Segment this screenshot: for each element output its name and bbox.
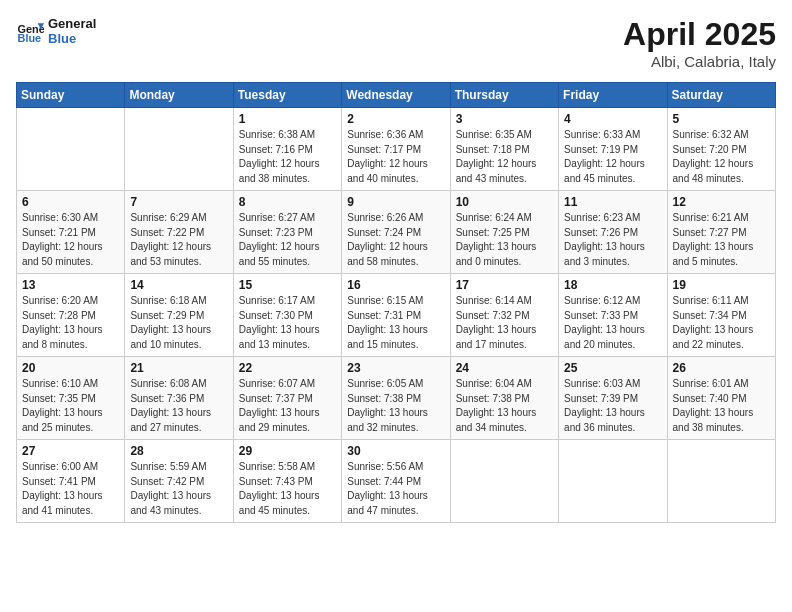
day-detail: Sunrise: 6:18 AM Sunset: 7:29 PM Dayligh… <box>130 294 227 352</box>
day-detail: Sunrise: 6:21 AM Sunset: 7:27 PM Dayligh… <box>673 211 770 269</box>
calendar-cell <box>17 108 125 191</box>
day-number: 9 <box>347 195 444 209</box>
calendar-cell: 29Sunrise: 5:58 AM Sunset: 7:43 PM Dayli… <box>233 440 341 523</box>
day-number: 6 <box>22 195 119 209</box>
logo-blue: Blue <box>48 31 96 46</box>
logo-general: General <box>48 16 96 31</box>
svg-text:Blue: Blue <box>18 32 42 44</box>
day-detail: Sunrise: 6:27 AM Sunset: 7:23 PM Dayligh… <box>239 211 336 269</box>
calendar-cell: 3Sunrise: 6:35 AM Sunset: 7:18 PM Daylig… <box>450 108 558 191</box>
calendar-cell: 6Sunrise: 6:30 AM Sunset: 7:21 PM Daylig… <box>17 191 125 274</box>
calendar-cell: 13Sunrise: 6:20 AM Sunset: 7:28 PM Dayli… <box>17 274 125 357</box>
calendar-cell: 22Sunrise: 6:07 AM Sunset: 7:37 PM Dayli… <box>233 357 341 440</box>
day-detail: Sunrise: 6:11 AM Sunset: 7:34 PM Dayligh… <box>673 294 770 352</box>
day-number: 22 <box>239 361 336 375</box>
calendar-cell: 30Sunrise: 5:56 AM Sunset: 7:44 PM Dayli… <box>342 440 450 523</box>
day-detail: Sunrise: 6:04 AM Sunset: 7:38 PM Dayligh… <box>456 377 553 435</box>
calendar-cell: 17Sunrise: 6:14 AM Sunset: 7:32 PM Dayli… <box>450 274 558 357</box>
calendar-cell: 11Sunrise: 6:23 AM Sunset: 7:26 PM Dayli… <box>559 191 667 274</box>
day-number: 5 <box>673 112 770 126</box>
calendar-cell: 20Sunrise: 6:10 AM Sunset: 7:35 PM Dayli… <box>17 357 125 440</box>
day-number: 3 <box>456 112 553 126</box>
calendar-cell: 27Sunrise: 6:00 AM Sunset: 7:41 PM Dayli… <box>17 440 125 523</box>
day-number: 19 <box>673 278 770 292</box>
day-number: 29 <box>239 444 336 458</box>
day-number: 2 <box>347 112 444 126</box>
day-detail: Sunrise: 5:58 AM Sunset: 7:43 PM Dayligh… <box>239 460 336 518</box>
weekday-header-saturday: Saturday <box>667 83 775 108</box>
calendar-cell: 9Sunrise: 6:26 AM Sunset: 7:24 PM Daylig… <box>342 191 450 274</box>
day-detail: Sunrise: 6:30 AM Sunset: 7:21 PM Dayligh… <box>22 211 119 269</box>
day-number: 8 <box>239 195 336 209</box>
calendar-cell: 14Sunrise: 6:18 AM Sunset: 7:29 PM Dayli… <box>125 274 233 357</box>
day-detail: Sunrise: 6:03 AM Sunset: 7:39 PM Dayligh… <box>564 377 661 435</box>
day-number: 17 <box>456 278 553 292</box>
day-detail: Sunrise: 6:15 AM Sunset: 7:31 PM Dayligh… <box>347 294 444 352</box>
calendar-cell: 15Sunrise: 6:17 AM Sunset: 7:30 PM Dayli… <box>233 274 341 357</box>
calendar-cell: 10Sunrise: 6:24 AM Sunset: 7:25 PM Dayli… <box>450 191 558 274</box>
day-number: 15 <box>239 278 336 292</box>
day-detail: Sunrise: 6:01 AM Sunset: 7:40 PM Dayligh… <box>673 377 770 435</box>
calendar-cell <box>125 108 233 191</box>
day-detail: Sunrise: 6:20 AM Sunset: 7:28 PM Dayligh… <box>22 294 119 352</box>
day-number: 13 <box>22 278 119 292</box>
weekday-header-friday: Friday <box>559 83 667 108</box>
calendar-cell: 25Sunrise: 6:03 AM Sunset: 7:39 PM Dayli… <box>559 357 667 440</box>
day-detail: Sunrise: 6:38 AM Sunset: 7:16 PM Dayligh… <box>239 128 336 186</box>
calendar-header-row: SundayMondayTuesdayWednesdayThursdayFrid… <box>17 83 776 108</box>
calendar-week-2: 6Sunrise: 6:30 AM Sunset: 7:21 PM Daylig… <box>17 191 776 274</box>
day-number: 11 <box>564 195 661 209</box>
day-number: 14 <box>130 278 227 292</box>
calendar-cell <box>450 440 558 523</box>
day-detail: Sunrise: 5:59 AM Sunset: 7:42 PM Dayligh… <box>130 460 227 518</box>
calendar-cell: 21Sunrise: 6:08 AM Sunset: 7:36 PM Dayli… <box>125 357 233 440</box>
day-number: 1 <box>239 112 336 126</box>
calendar-week-5: 27Sunrise: 6:00 AM Sunset: 7:41 PM Dayli… <box>17 440 776 523</box>
calendar-cell: 19Sunrise: 6:11 AM Sunset: 7:34 PM Dayli… <box>667 274 775 357</box>
weekday-header-tuesday: Tuesday <box>233 83 341 108</box>
day-number: 16 <box>347 278 444 292</box>
day-detail: Sunrise: 6:10 AM Sunset: 7:35 PM Dayligh… <box>22 377 119 435</box>
day-number: 12 <box>673 195 770 209</box>
day-detail: Sunrise: 6:07 AM Sunset: 7:37 PM Dayligh… <box>239 377 336 435</box>
day-detail: Sunrise: 6:23 AM Sunset: 7:26 PM Dayligh… <box>564 211 661 269</box>
day-detail: Sunrise: 6:26 AM Sunset: 7:24 PM Dayligh… <box>347 211 444 269</box>
day-detail: Sunrise: 6:24 AM Sunset: 7:25 PM Dayligh… <box>456 211 553 269</box>
calendar-cell: 5Sunrise: 6:32 AM Sunset: 7:20 PM Daylig… <box>667 108 775 191</box>
weekday-header-thursday: Thursday <box>450 83 558 108</box>
calendar-cell: 7Sunrise: 6:29 AM Sunset: 7:22 PM Daylig… <box>125 191 233 274</box>
day-detail: Sunrise: 6:33 AM Sunset: 7:19 PM Dayligh… <box>564 128 661 186</box>
day-detail: Sunrise: 6:29 AM Sunset: 7:22 PM Dayligh… <box>130 211 227 269</box>
day-number: 21 <box>130 361 227 375</box>
day-detail: Sunrise: 6:12 AM Sunset: 7:33 PM Dayligh… <box>564 294 661 352</box>
day-detail: Sunrise: 6:36 AM Sunset: 7:17 PM Dayligh… <box>347 128 444 186</box>
calendar-week-3: 13Sunrise: 6:20 AM Sunset: 7:28 PM Dayli… <box>17 274 776 357</box>
logo: General Blue General Blue <box>16 16 96 46</box>
location-subtitle: Albi, Calabria, Italy <box>623 53 776 70</box>
title-block: April 2025 Albi, Calabria, Italy <box>623 16 776 70</box>
calendar-week-4: 20Sunrise: 6:10 AM Sunset: 7:35 PM Dayli… <box>17 357 776 440</box>
day-number: 25 <box>564 361 661 375</box>
calendar-cell: 26Sunrise: 6:01 AM Sunset: 7:40 PM Dayli… <box>667 357 775 440</box>
calendar-table: SundayMondayTuesdayWednesdayThursdayFrid… <box>16 82 776 523</box>
logo-icon: General Blue <box>16 17 44 45</box>
calendar-cell <box>667 440 775 523</box>
calendar-cell: 2Sunrise: 6:36 AM Sunset: 7:17 PM Daylig… <box>342 108 450 191</box>
day-number: 23 <box>347 361 444 375</box>
calendar-cell: 24Sunrise: 6:04 AM Sunset: 7:38 PM Dayli… <box>450 357 558 440</box>
day-detail: Sunrise: 5:56 AM Sunset: 7:44 PM Dayligh… <box>347 460 444 518</box>
page-header: General Blue General Blue April 2025 Alb… <box>16 16 776 70</box>
calendar-cell: 23Sunrise: 6:05 AM Sunset: 7:38 PM Dayli… <box>342 357 450 440</box>
day-number: 7 <box>130 195 227 209</box>
day-detail: Sunrise: 6:35 AM Sunset: 7:18 PM Dayligh… <box>456 128 553 186</box>
calendar-cell: 18Sunrise: 6:12 AM Sunset: 7:33 PM Dayli… <box>559 274 667 357</box>
day-number: 28 <box>130 444 227 458</box>
calendar-cell: 4Sunrise: 6:33 AM Sunset: 7:19 PM Daylig… <box>559 108 667 191</box>
day-detail: Sunrise: 6:17 AM Sunset: 7:30 PM Dayligh… <box>239 294 336 352</box>
calendar-week-1: 1Sunrise: 6:38 AM Sunset: 7:16 PM Daylig… <box>17 108 776 191</box>
calendar-cell <box>559 440 667 523</box>
day-detail: Sunrise: 6:14 AM Sunset: 7:32 PM Dayligh… <box>456 294 553 352</box>
calendar-cell: 16Sunrise: 6:15 AM Sunset: 7:31 PM Dayli… <box>342 274 450 357</box>
day-number: 30 <box>347 444 444 458</box>
day-number: 24 <box>456 361 553 375</box>
